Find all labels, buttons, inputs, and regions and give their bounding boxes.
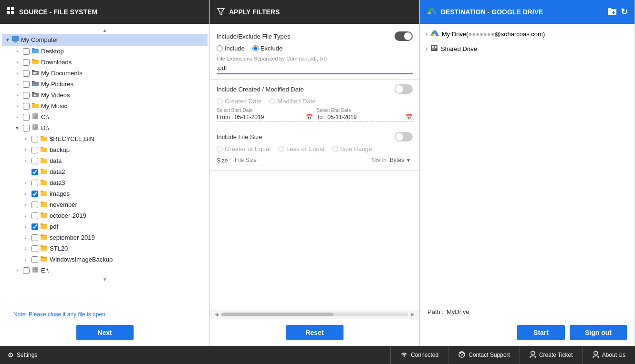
toggle-mymusic[interactable]: › bbox=[13, 102, 21, 110]
tree-item-data2[interactable]: › data2 bbox=[19, 166, 208, 177]
toggle-recyclebin[interactable]: › bbox=[22, 135, 30, 143]
tree-item-mycomputer[interactable]: ▼ My Computer bbox=[2, 34, 208, 46]
checkbox-october[interactable] bbox=[31, 212, 38, 219]
toggle-november[interactable]: › bbox=[22, 201, 30, 209]
checkbox-stl20[interactable] bbox=[31, 245, 38, 252]
toggle-stl20[interactable]: › bbox=[22, 245, 30, 253]
tree-item-images[interactable]: › images bbox=[19, 188, 208, 199]
toggle-myvideos[interactable]: › bbox=[13, 91, 21, 99]
tree-item-data3[interactable]: › data3 bbox=[19, 177, 208, 188]
tree-item-windowsimagebackup[interactable]: › WindowsImageBackup bbox=[19, 254, 208, 265]
checkbox-images[interactable] bbox=[31, 191, 38, 197]
tree-item-pdf[interactable]: › pdf bbox=[19, 221, 208, 232]
checkbox-data[interactable] bbox=[31, 158, 38, 164]
date-toggle[interactable] bbox=[395, 84, 413, 94]
toggle-october[interactable]: › bbox=[22, 212, 30, 220]
tree-item-desktop[interactable]: › Desktop bbox=[10, 46, 208, 57]
filetype-toggle[interactable] bbox=[395, 31, 413, 41]
tree-item-data[interactable]: › data bbox=[19, 155, 208, 166]
toggle-windowsimagebackup[interactable]: › bbox=[22, 256, 30, 263]
tree-item-recyclebin[interactable]: › $RECYCLE.BIN bbox=[19, 133, 208, 144]
created-date-radio-label[interactable]: Created Date bbox=[217, 98, 261, 105]
checkbox-ddrive[interactable] bbox=[23, 125, 30, 131]
hscroll-left-icon[interactable]: ◄ bbox=[212, 311, 221, 318]
checkbox-myvideos[interactable] bbox=[23, 92, 30, 99]
dest-item-shareddrive[interactable]: › Shared Drive bbox=[420, 41, 635, 56]
dest-item-mydrive[interactable]: › My Drive(●●●●●●●@soharcoas.com) bbox=[420, 27, 635, 41]
tree-item-mymusic[interactable]: › My Music bbox=[10, 101, 208, 111]
tree-item-backup[interactable]: › backup bbox=[19, 144, 208, 155]
size-input[interactable] bbox=[235, 155, 365, 165]
tree-item-cdrive[interactable]: › C:\ bbox=[10, 111, 208, 122]
tree-item-october[interactable]: › october-2019 bbox=[19, 210, 208, 221]
filetype-input[interactable] bbox=[217, 62, 413, 74]
end-date-calendar-icon[interactable]: 📅 bbox=[406, 114, 413, 121]
reset-button[interactable]: Reset bbox=[286, 325, 344, 340]
toggle-data3[interactable]: › bbox=[22, 179, 30, 187]
tree-item-stl20[interactable]: › STL20 bbox=[19, 243, 208, 254]
tree-item-ddrive[interactable]: ▼ D:\ bbox=[10, 122, 208, 133]
checkbox-backup[interactable] bbox=[31, 147, 38, 153]
toggle-edrive[interactable]: › bbox=[13, 267, 21, 274]
start-button[interactable]: Start bbox=[517, 325, 565, 340]
scroll-up-arrow[interactable]: ▲ bbox=[2, 27, 208, 34]
status-support[interactable]: Contact Support bbox=[448, 346, 520, 364]
checkbox-mydocuments[interactable] bbox=[23, 70, 30, 77]
checkbox-mypictures[interactable] bbox=[23, 81, 30, 88]
toggle-backup[interactable]: › bbox=[22, 146, 30, 154]
dest-toggle-shareddrive[interactable]: › bbox=[426, 46, 427, 52]
less-radio-label[interactable]: Less or Equal bbox=[278, 145, 324, 152]
status-connected[interactable]: Connected bbox=[390, 346, 448, 364]
exclude-radio[interactable] bbox=[252, 45, 259, 51]
tree-item-edrive[interactable]: › E:\ bbox=[10, 265, 208, 276]
refresh-icon[interactable]: ↻ bbox=[621, 7, 628, 17]
tree-item-myvideos[interactable]: › My Videos bbox=[10, 90, 208, 101]
checkbox-november[interactable] bbox=[31, 202, 38, 208]
checkbox-windowsimagebackup[interactable] bbox=[31, 256, 38, 263]
tree-item-downloads[interactable]: › Downloads bbox=[10, 57, 208, 68]
toggle-images[interactable]: › bbox=[22, 190, 30, 198]
dest-toggle-mydrive[interactable]: › bbox=[426, 31, 427, 38]
toggle-data[interactable]: › bbox=[22, 157, 30, 165]
scroll-down-arrow[interactable]: ▼ bbox=[2, 276, 208, 283]
checkbox-data2[interactable] bbox=[31, 169, 38, 175]
source-tree-container[interactable]: ▲ ▼ My Computer › bbox=[0, 24, 209, 309]
greater-radio-label[interactable]: Greater or Equal bbox=[217, 145, 271, 152]
tree-item-november[interactable]: › november bbox=[19, 199, 208, 210]
signout-button[interactable]: Sign out bbox=[570, 325, 627, 340]
toggle-mycomputer[interactable]: ▼ bbox=[4, 36, 11, 44]
toggle-downloads[interactable]: › bbox=[13, 59, 21, 66]
less-radio[interactable] bbox=[278, 146, 284, 152]
checkbox-cdrive[interactable] bbox=[23, 114, 30, 121]
created-date-radio[interactable] bbox=[217, 98, 223, 104]
include-radio-label[interactable]: Include bbox=[217, 45, 245, 52]
start-date-calendar-icon[interactable]: 📅 bbox=[306, 114, 313, 121]
checkbox-mymusic[interactable] bbox=[23, 103, 30, 110]
size-unit-dropdown-icon[interactable]: ▼ bbox=[406, 158, 411, 163]
exclude-radio-label[interactable]: Exclude bbox=[252, 45, 282, 52]
toggle-pdf[interactable]: › bbox=[22, 223, 30, 231]
include-radio[interactable] bbox=[217, 45, 223, 51]
toggle-cdrive[interactable]: › bbox=[13, 113, 21, 121]
range-radio[interactable] bbox=[332, 146, 338, 152]
tree-item-september[interactable]: › september-2019 bbox=[19, 232, 208, 243]
status-ticket[interactable]: Create Ticket bbox=[520, 346, 583, 364]
checkbox-recyclebin[interactable] bbox=[31, 136, 38, 142]
new-folder-icon[interactable] bbox=[607, 7, 617, 17]
tree-item-mypictures[interactable]: › My Pictures bbox=[10, 79, 208, 90]
toggle-mypictures[interactable]: › bbox=[13, 81, 21, 88]
checkbox-data3[interactable] bbox=[31, 180, 38, 186]
checkbox-september[interactable] bbox=[31, 234, 38, 241]
destination-tree[interactable]: › My Drive(●●●●●●●@soharcoas.com) › bbox=[420, 24, 635, 304]
next-button[interactable]: Next bbox=[76, 325, 134, 340]
toggle-mydocuments[interactable]: › bbox=[13, 70, 21, 77]
range-radio-label[interactable]: Size Range bbox=[332, 145, 372, 152]
toggle-september[interactable]: › bbox=[22, 234, 30, 242]
toggle-desktop[interactable]: › bbox=[13, 48, 21, 55]
hscroll-right-icon[interactable]: ► bbox=[408, 311, 417, 318]
modified-date-radio[interactable] bbox=[269, 98, 275, 104]
size-toggle[interactable] bbox=[395, 132, 413, 142]
status-about[interactable]: About Us bbox=[583, 346, 635, 364]
settings-label[interactable]: Settings bbox=[17, 352, 37, 358]
checkbox-desktop[interactable] bbox=[23, 48, 30, 55]
